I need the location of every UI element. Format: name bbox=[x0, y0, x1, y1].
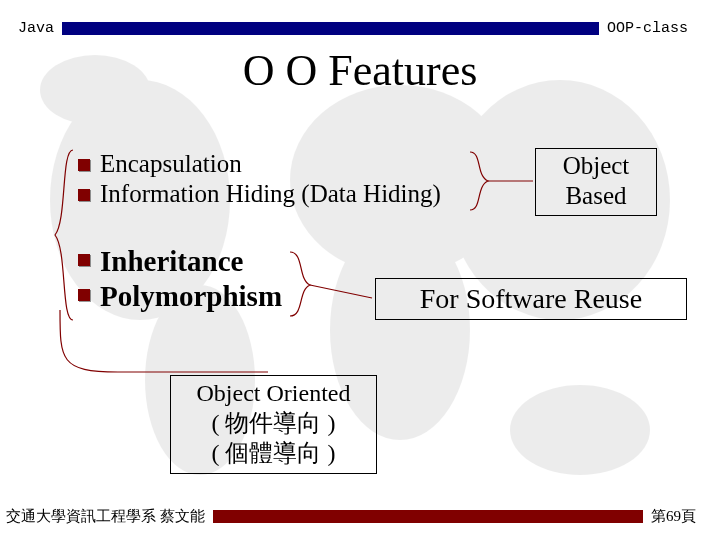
bullet-icon bbox=[78, 289, 90, 301]
brace-software-reuse-icon bbox=[290, 250, 375, 320]
bullet-inheritance: Inheritance bbox=[78, 245, 243, 278]
brace-left-icon bbox=[55, 150, 75, 320]
header-left: Java bbox=[18, 20, 54, 37]
object-oriented-line3: ( 個體導向 ) bbox=[171, 438, 376, 468]
footer-left: 交通大學資訊工程學系 蔡文能 bbox=[6, 507, 205, 526]
footer-bar: 交通大學資訊工程學系 蔡文能 第69頁 bbox=[6, 507, 696, 526]
header-rule bbox=[62, 22, 599, 35]
object-oriented-line2: ( 物件導向 ) bbox=[171, 408, 376, 438]
software-reuse-label: For Software Reuse bbox=[420, 283, 642, 314]
svg-line-8 bbox=[310, 285, 372, 298]
bullet-label: Information Hiding (Data Hiding) bbox=[100, 180, 441, 208]
footer-rule bbox=[213, 510, 643, 523]
object-based-line2: Based bbox=[536, 181, 656, 211]
bullet-label: Polymorphism bbox=[100, 280, 282, 313]
bullet-icon bbox=[78, 189, 90, 201]
slide-title: O O Features bbox=[0, 45, 720, 96]
bullet-label: Encapsulation bbox=[100, 150, 242, 178]
software-reuse-box: For Software Reuse bbox=[375, 278, 687, 320]
header-right: OOP-class bbox=[607, 20, 688, 37]
object-oriented-line1: Object Oriented bbox=[171, 378, 376, 408]
header-bar: Java OOP-class bbox=[18, 20, 688, 37]
object-oriented-box: Object Oriented ( 物件導向 ) ( 個體導向 ) bbox=[170, 375, 377, 474]
bullet-label: Inheritance bbox=[100, 245, 243, 278]
bullet-icon bbox=[78, 159, 90, 171]
brace-object-based-icon bbox=[470, 150, 535, 212]
object-based-box: Object Based bbox=[535, 148, 657, 216]
bullet-encapsulation: Encapsulation bbox=[78, 150, 242, 178]
object-based-line1: Object bbox=[536, 151, 656, 181]
bullet-information-hiding: Information Hiding (Data Hiding) bbox=[78, 180, 441, 208]
bullet-icon bbox=[78, 254, 90, 266]
bullet-polymorphism: Polymorphism bbox=[78, 280, 282, 313]
page-number: 第69頁 bbox=[651, 507, 696, 526]
